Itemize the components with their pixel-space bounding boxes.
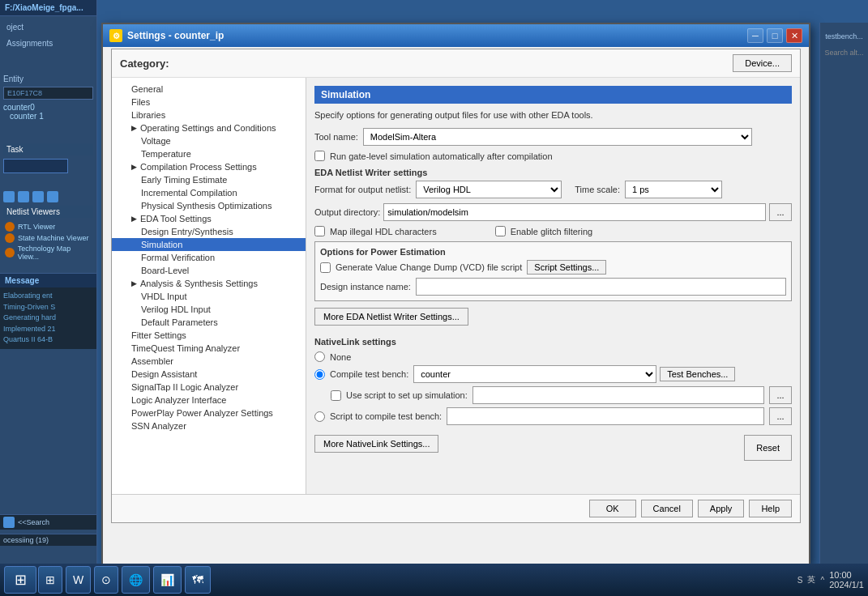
test-benches-btn[interactable]: Test Benches...	[660, 367, 735, 381]
cat-vhdl-input[interactable]: VHDL Input	[112, 290, 306, 303]
taskbar-app-4[interactable]: 🌐	[122, 566, 150, 594]
format-select[interactable]: Verilog HDL VHDL	[416, 181, 562, 198]
maximize-btn[interactable]: □	[767, 28, 783, 43]
cat-assembler[interactable]: Assembler	[112, 355, 306, 368]
ok-button[interactable]: OK	[589, 500, 636, 517]
cat-default-params[interactable]: Default Parameters	[112, 316, 306, 329]
help-button[interactable]: Help	[749, 500, 792, 517]
more-eda-btn[interactable]: More EDA Netlist Writer Settings...	[314, 308, 468, 326]
netlist-title: Netlist Viewers	[3, 206, 93, 218]
taskbar-app-3[interactable]: ⊙	[94, 566, 118, 594]
project-title: F:/XiaoMeige_fpga...	[0, 0, 96, 16]
taskbar-app-6[interactable]: 🗺	[185, 566, 211, 594]
cat-timequest[interactable]: TimeQuest Timing Analyzer	[112, 342, 306, 355]
task-title: Task	[3, 143, 93, 155]
processing-status: ocessiing (19)	[3, 536, 93, 544]
generate-vcd-checkbox[interactable]	[320, 262, 331, 273]
cancel-button[interactable]: Cancel	[641, 500, 693, 517]
run-gate-level-checkbox[interactable]	[314, 151, 325, 161]
output-dir-input[interactable]	[383, 203, 766, 221]
use-script-input[interactable]	[472, 386, 764, 404]
cat-logic-analyzer[interactable]: Logic Analyzer Interface	[112, 394, 306, 407]
taskbar-app-2[interactable]: W	[66, 566, 91, 594]
cat-eda-tool[interactable]: ▶ EDA Tool Settings	[112, 212, 306, 225]
counter0-item[interactable]: counter0	[3, 103, 93, 112]
counter1-item[interactable]: counter 1	[10, 112, 93, 121]
design-instance-input[interactable]	[416, 278, 786, 296]
cat-design-entry[interactable]: Design Entry/Synthesis	[112, 225, 306, 238]
bottom-toolbar-btn[interactable]	[3, 517, 15, 528]
sidebar-project[interactable]: oject	[3, 19, 93, 36]
tool-name-row: Tool name: ModelSim-Altera ModelSim Acti…	[314, 128, 792, 146]
toolbar-btn-1[interactable]	[3, 191, 15, 202]
taskbar-app-1[interactable]: ⊞	[38, 566, 62, 594]
state-machine-viewer[interactable]: State Machine Viewer	[3, 232, 93, 244]
cat-temperature[interactable]: Temperature	[112, 147, 306, 160]
dialog-content: Category: Device... General Files Librar…	[111, 49, 801, 523]
tool-name-select[interactable]: ModelSim-Altera ModelSim Active-HDL Rivi…	[363, 128, 752, 146]
cat-powerplay[interactable]: PowerPlay Power Analyzer Settings	[112, 407, 306, 419]
time-scale-select[interactable]: 1 ps 10 ps 100 ps 1 ns	[625, 181, 722, 198]
tech-map-viewer[interactable]: Technology Map View...	[3, 244, 93, 262]
cat-early-timing[interactable]: Early Timing Estimate	[112, 173, 306, 186]
cat-general[interactable]: General	[112, 83, 306, 96]
task-dropdown[interactable]	[3, 159, 68, 173]
toolbar-btn-3[interactable]	[32, 191, 44, 202]
msg-2: Timing-Driven S	[3, 302, 93, 313]
format-row: Format for output netlist: Verilog HDL V…	[314, 181, 792, 198]
generate-vcd-row: Generate Value Change Dump (VCD) file sc…	[320, 260, 786, 275]
close-btn[interactable]: ✕	[786, 28, 802, 43]
minimize-btn[interactable]: ─	[747, 28, 763, 43]
tray-icon-2: 英	[807, 574, 815, 585]
use-script-checkbox[interactable]	[331, 390, 341, 401]
apply-button[interactable]: Apply	[698, 500, 745, 517]
simulation-title: Simulation	[314, 86, 792, 104]
cat-simulation[interactable]: Simulation	[112, 238, 306, 251]
cat-design-assistant[interactable]: Design Assistant	[112, 368, 306, 381]
footer-buttons: OK Cancel Apply Help	[589, 500, 792, 517]
enable-glitch-checkbox[interactable]	[495, 226, 506, 236]
taskbar: ⊞ ⊞ W ⊙ 🌐 📊 🗺 S 英 ^ 10:002024/1/1	[0, 564, 868, 596]
start-btn[interactable]: ⊞	[4, 566, 36, 594]
cat-verilog-input[interactable]: Verilog HDL Input	[112, 303, 306, 316]
reset-btn[interactable]: Reset	[744, 435, 792, 461]
cat-analysis-synthesis[interactable]: ▶ Analysis & Synthesis Settings	[112, 277, 306, 290]
script-compile-radio[interactable]	[314, 411, 325, 422]
map-illegal-checkbox[interactable]	[314, 226, 325, 236]
script-settings-btn[interactable]: Script Settings...	[527, 260, 606, 275]
right-panel-label[interactable]: testbench...	[823, 31, 865, 42]
settings-dialog: ⚙ Settings - counter_ip ─ □ ✕ Category: …	[101, 23, 810, 565]
compile-bench-select[interactable]: counter	[413, 365, 656, 383]
tool-name-label: Tool name:	[314, 132, 358, 142]
cat-formal-verification[interactable]: Formal Verification	[112, 251, 306, 264]
cat-compilation-process[interactable]: ▶ Compilation Process Settings	[112, 160, 306, 173]
toolbar-btn-2[interactable]	[18, 191, 29, 202]
dialog-body: General Files Libraries ▶ Operating Sett…	[112, 78, 800, 494]
toolbar-btn-4[interactable]	[47, 191, 58, 202]
browse-button[interactable]: ...	[769, 203, 792, 221]
compile-bench-radio[interactable]	[314, 369, 325, 380]
taskbar-app-5[interactable]: 📊	[153, 566, 182, 594]
use-script-browse[interactable]: ...	[769, 386, 792, 404]
cat-board-level[interactable]: Board-Level	[112, 264, 306, 277]
cat-physical-synthesis[interactable]: Physical Synthesis Optimizations	[112, 199, 306, 212]
message-content: Elaborating ent Timing-Driven S Generati…	[0, 287, 96, 349]
sidebar-assignments[interactable]: Assignments	[3, 36, 93, 52]
cat-operating-settings[interactable]: ▶ Operating Settings and Conditions	[112, 121, 306, 134]
cat-ssn[interactable]: SSN Analyzer	[112, 419, 306, 432]
cat-incremental[interactable]: Incremental Compilation	[112, 186, 306, 199]
script-compile-browse[interactable]: ...	[769, 407, 792, 425]
design-instance-row: Design instance name:	[320, 278, 786, 296]
cat-files[interactable]: Files	[112, 96, 306, 109]
script-compile-input[interactable]	[447, 407, 764, 425]
taskbar-right: S 英 ^ 10:002024/1/1	[797, 570, 864, 590]
cat-libraries[interactable]: Libraries	[112, 109, 306, 121]
device-button[interactable]: Device...	[733, 54, 792, 72]
none-radio[interactable]	[314, 351, 325, 362]
cat-fitter[interactable]: Fitter Settings	[112, 329, 306, 342]
cat-voltage[interactable]: Voltage	[112, 134, 306, 147]
rtl-viewer[interactable]: RTL Viewer	[3, 221, 93, 232]
cat-signaltap[interactable]: SignalTap II Logic Analyzer	[112, 381, 306, 394]
more-nativelink-btn[interactable]: More NativeLink Settings...	[314, 435, 438, 453]
category-label: Category:	[120, 57, 169, 70]
